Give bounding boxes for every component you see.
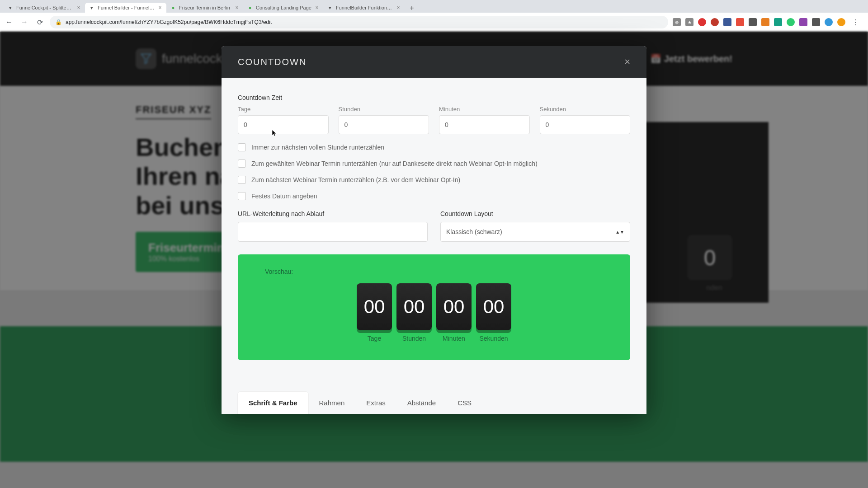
checkbox-label: Immer zur nächsten vollen Stunde runterz… xyxy=(251,144,384,151)
preview-seconds-label: Sekunden xyxy=(476,335,511,342)
preview-days-label: Tage xyxy=(357,335,392,342)
extension-icon[interactable] xyxy=(749,18,757,26)
checkbox-fixed-date[interactable]: Festes Datum angeben xyxy=(238,192,630,200)
checkbox-full-hour[interactable]: Immer zur nächsten vollen Stunde runterz… xyxy=(238,143,630,151)
minutes-input[interactable] xyxy=(439,115,530,134)
url-redirect-label: URL-Weiterleitung nach Ablauf xyxy=(238,210,428,217)
checkbox-icon xyxy=(238,176,246,184)
checkbox-icon xyxy=(238,143,246,151)
days-input[interactable] xyxy=(238,115,329,134)
preview-minutes-label: Minuten xyxy=(436,335,472,342)
extension-icon[interactable]: ⊕ xyxy=(673,18,681,26)
menu-icon[interactable]: ⋮ xyxy=(850,17,861,28)
checkbox-label: Zum nächsten Webinar Termin runterzählen… xyxy=(251,176,460,183)
favicon-icon: ● xyxy=(170,5,176,11)
favicon-icon: ▾ xyxy=(89,5,95,11)
address-bar: ← → ⟳ 🔒 app.funnelcockpit.com/funnel/zhY… xyxy=(0,13,868,32)
preview-label: Vorschau: xyxy=(265,268,603,275)
forward-button[interactable]: → xyxy=(19,17,30,28)
tab-title: Consulting Landing Page xyxy=(256,5,311,10)
browser-tab[interactable]: ● Friseur Termin in Berlin × xyxy=(166,3,243,13)
seconds-input[interactable] xyxy=(540,115,631,134)
url-input[interactable]: 🔒 app.funnelcockpit.com/funnel/zhYZY7bGz… xyxy=(50,16,668,28)
extension-icon[interactable] xyxy=(787,18,795,26)
flip-row: 00 Tage 00 Stunden 00 Minuten 00 Sekunde… xyxy=(265,283,603,342)
select-value: Klassisch (schwarz) xyxy=(446,228,502,235)
tab-title: FunnelCockpit - Splittests, M… xyxy=(16,5,73,10)
countdown-modal: COUNTDOWN × Countdown Zeit Tage Stunden … xyxy=(222,46,646,414)
favicon-icon: ● xyxy=(247,5,253,11)
close-icon[interactable]: × xyxy=(624,56,630,68)
extension-icon[interactable] xyxy=(774,18,782,26)
seconds-label: Sekunden xyxy=(540,106,631,113)
preview-hours-tile: 00 xyxy=(396,283,432,330)
checkbox-label: Zum gewählten Webinar Termin runterzähle… xyxy=(251,160,538,167)
hours-input[interactable] xyxy=(339,115,429,134)
chevron-down-icon: ▲▼ xyxy=(615,230,624,235)
close-icon[interactable]: × xyxy=(234,5,240,10)
new-tab-button[interactable]: + xyxy=(406,4,417,13)
extension-icon[interactable] xyxy=(837,18,845,26)
days-label: Tage xyxy=(238,106,329,113)
close-icon[interactable]: × xyxy=(76,5,81,10)
favicon-icon: ▾ xyxy=(327,5,333,11)
hours-label: Stunden xyxy=(339,106,429,113)
reload-button[interactable]: ⟳ xyxy=(34,17,45,28)
tab-font-color[interactable]: Schrift & Farbe xyxy=(238,392,308,414)
section-label: Countdown Zeit xyxy=(238,94,630,101)
favicon-icon: ▾ xyxy=(7,5,14,11)
extension-icon[interactable] xyxy=(812,18,820,26)
minutes-label: Minuten xyxy=(439,106,530,113)
tab-strip: ▾ FunnelCockpit - Splittests, M… × ▾ Fun… xyxy=(0,0,868,13)
modal-header: COUNTDOWN × xyxy=(222,46,646,78)
extension-icon[interactable] xyxy=(711,18,719,26)
extension-icon[interactable]: ★ xyxy=(685,18,693,26)
countdown-preview: Vorschau: 00 Tage 00 Stunden 00 Minuten xyxy=(238,254,630,360)
settings-row: URL-Weiterleitung nach Ablauf Countdown … xyxy=(238,210,630,242)
modal-overlay[interactable]: COUNTDOWN × Countdown Zeit Tage Stunden … xyxy=(0,32,868,488)
modal-title: COUNTDOWN xyxy=(238,57,307,67)
lock-icon: 🔒 xyxy=(55,19,62,25)
preview-minutes-tile: 00 xyxy=(436,283,472,330)
extension-icon[interactable] xyxy=(723,18,731,26)
close-icon[interactable]: × xyxy=(157,5,163,10)
preview-seconds-tile: 00 xyxy=(476,283,511,330)
extension-icons: ⊕ ★ ⋮ xyxy=(673,17,864,28)
tab-title: Funnel Builder - FunnelCockpit xyxy=(98,5,155,10)
tab-css[interactable]: CSS xyxy=(447,392,482,414)
extension-icon[interactable] xyxy=(799,18,807,26)
checkbox-icon xyxy=(238,160,246,168)
close-icon[interactable]: × xyxy=(314,5,320,10)
url-redirect-input[interactable] xyxy=(238,222,428,242)
time-inputs-row: Tage Stunden Minuten Sekunden xyxy=(238,106,630,134)
url-text: app.funnelcockpit.com/funnel/zhYZY7bGzgo… xyxy=(66,19,272,25)
extension-icon[interactable] xyxy=(698,18,706,26)
checkbox-webinar-next[interactable]: Zum nächsten Webinar Termin runterzählen… xyxy=(238,176,630,184)
modal-body: Countdown Zeit Tage Stunden Minuten Seku… xyxy=(222,78,646,414)
checkbox-label: Festes Datum angeben xyxy=(251,192,317,200)
browser-tab[interactable]: ▾ FunnelBuilder Funktionen & El… × xyxy=(323,3,405,13)
browser-tab-active[interactable]: ▾ Funnel Builder - FunnelCockpit × xyxy=(85,3,166,13)
preview-hours-label: Stunden xyxy=(396,335,432,342)
tab-frame[interactable]: Rahmen xyxy=(308,392,356,414)
preview-days-tile: 00 xyxy=(357,283,392,330)
tab-extras[interactable]: Extras xyxy=(355,392,396,414)
layout-label: Countdown Layout xyxy=(440,210,630,217)
layout-select[interactable]: Klassisch (schwarz) ▲▼ xyxy=(440,222,630,242)
browser-chrome: ▾ FunnelCockpit - Splittests, M… × ▾ Fun… xyxy=(0,0,868,32)
back-button[interactable]: ← xyxy=(4,17,14,28)
extension-icon[interactable] xyxy=(825,18,833,26)
checkbox-webinar-chosen[interactable]: Zum gewählten Webinar Termin runterzähle… xyxy=(238,160,630,168)
close-icon[interactable]: × xyxy=(396,5,401,10)
browser-tab[interactable]: ● Consulting Landing Page × xyxy=(243,3,323,13)
checkbox-icon xyxy=(238,192,246,200)
style-tabs: Schrift & Farbe Rahmen Extras Abstände C… xyxy=(238,392,630,414)
tab-title: Friseur Termin in Berlin xyxy=(179,5,231,10)
extension-icon[interactable] xyxy=(761,18,769,26)
tab-title: FunnelBuilder Funktionen & El… xyxy=(336,5,393,10)
browser-tab[interactable]: ▾ FunnelCockpit - Splittests, M… × xyxy=(4,3,85,13)
extension-icon[interactable] xyxy=(736,18,744,26)
tab-spacing[interactable]: Abstände xyxy=(396,392,447,414)
